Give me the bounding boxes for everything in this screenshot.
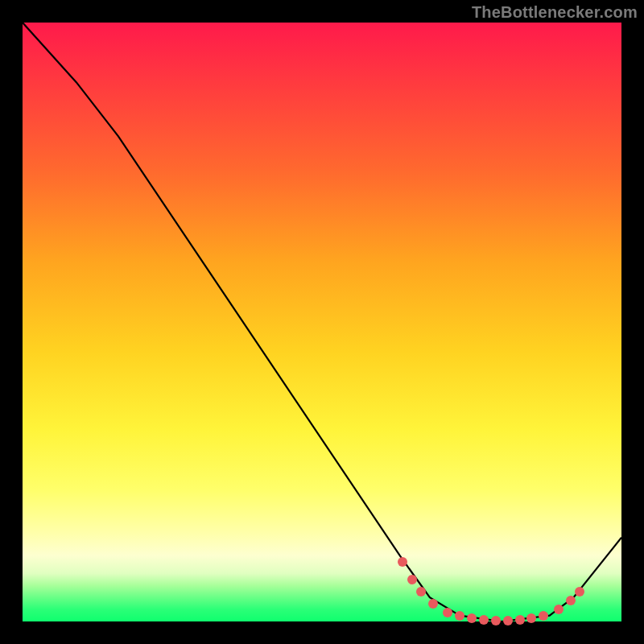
curve-marker (575, 587, 584, 597)
marker-layer (23, 23, 621, 621)
curve-marker (479, 615, 489, 625)
curve-marker (443, 608, 452, 617)
curve-marker (398, 557, 407, 567)
chart-plot-area (23, 23, 621, 621)
curve-marker (428, 599, 438, 609)
curve-marker (407, 575, 417, 584)
attribution-text: TheBottlenecker.com (472, 3, 638, 22)
curve-marker (491, 616, 501, 625)
curve-marker (539, 611, 548, 621)
curve-marker (515, 615, 525, 625)
curve-marker (467, 613, 477, 623)
curve-marker (526, 613, 536, 623)
curve-marker (566, 596, 576, 605)
curve-marker (554, 605, 564, 614)
curve-marker (455, 611, 464, 621)
curve-marker (416, 587, 426, 597)
curve-marker (503, 616, 513, 625)
